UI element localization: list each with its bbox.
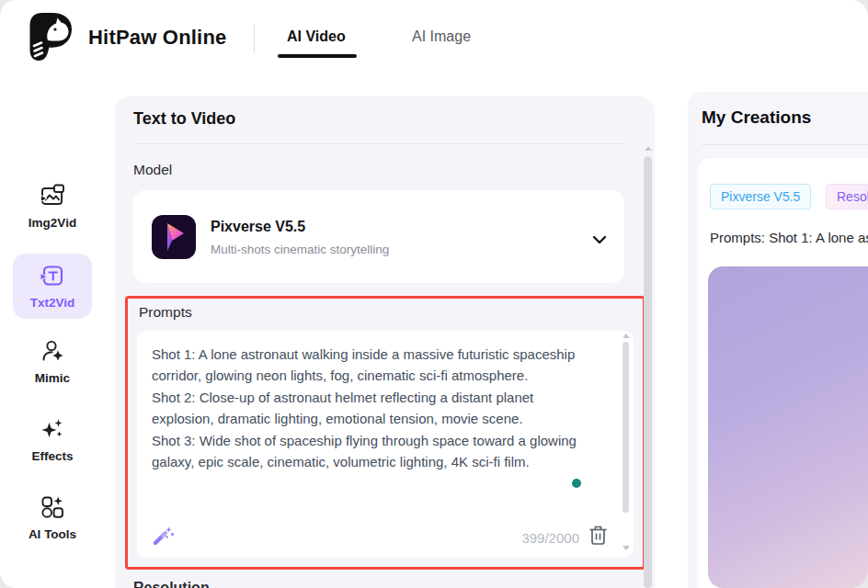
creation-resolution-tag: Resolution xyxy=(826,184,868,209)
model-name: Pixverse V5.5 xyxy=(211,219,305,235)
my-creations-title: My Creations xyxy=(702,107,811,128)
next-section-label: Resolution xyxy=(133,580,210,588)
char-counter: 399/2000 xyxy=(487,530,579,546)
tab-ai-video[interactable]: AI Video xyxy=(287,28,346,45)
sidebar: Img2Vid Txt2Vid Mimic xyxy=(0,83,115,588)
brand-title: HitPaw Online xyxy=(88,26,227,50)
textarea-scrollbar[interactable] xyxy=(622,342,629,513)
page-title: Text to Video xyxy=(133,109,235,129)
creation-prompt-preview: Prompts: Shot 1: A lone astronaut walkin… xyxy=(710,230,868,245)
sidebar-item-effects[interactable]: Effects xyxy=(13,416,92,463)
model-section-label: Model xyxy=(133,162,172,178)
model-description: Multi-shots cinematic storytelling xyxy=(211,243,389,256)
image-to-video-icon xyxy=(40,196,65,211)
creation-model-tag: Pixverse V5.5 xyxy=(710,184,811,209)
sidebar-item-txt2vid[interactable]: Txt2Vid xyxy=(13,254,92,319)
text-to-video-icon xyxy=(40,276,65,291)
sidebar-item-ai-tools[interactable]: AI Tools xyxy=(13,494,92,541)
hitpaw-logo-icon xyxy=(28,12,74,62)
tab-ai-image[interactable]: AI Image xyxy=(412,28,471,45)
effects-sparkles-icon xyxy=(40,429,65,445)
panel-scrollbar[interactable] xyxy=(644,156,652,588)
prompt-text-value: Shot 1: A lone astronaut walking inside … xyxy=(152,344,591,472)
pixverse-logo-icon xyxy=(152,215,196,259)
sidebar-item-label: AI Tools xyxy=(13,527,92,541)
creation-video-thumbnail[interactable] xyxy=(708,266,868,588)
mimic-person-icon xyxy=(40,351,65,367)
sidebar-item-label: Txt2Vid xyxy=(13,296,92,310)
sidebar-item-mimic[interactable]: Mimic xyxy=(13,338,92,385)
sidebar-item-label: Img2Vid xyxy=(13,216,92,230)
model-select[interactable] xyxy=(133,190,624,283)
textarea-scroll-down-arrow[interactable] xyxy=(622,546,630,550)
trash-icon[interactable] xyxy=(588,524,608,549)
title-divider xyxy=(133,143,624,144)
panel-scroll-up-arrow[interactable] xyxy=(645,146,652,151)
header-divider xyxy=(254,24,255,52)
app-window: HitPaw Online AI Video AI Image Img2Vid xyxy=(0,0,868,588)
my-creations-divider xyxy=(702,144,868,145)
sidebar-item-label: Effects xyxy=(13,449,92,463)
caret-dot xyxy=(572,479,581,488)
prompts-section-label: Prompts xyxy=(139,304,192,321)
active-tab-underline xyxy=(278,54,357,58)
ai-tools-grid-icon xyxy=(40,507,65,523)
textarea-scroll-up-arrow[interactable] xyxy=(622,334,630,338)
chevron-down-icon[interactable] xyxy=(592,232,607,248)
sidebar-item-label: Mimic xyxy=(13,371,92,385)
sidebar-item-img2vid[interactable]: Img2Vid xyxy=(13,184,92,230)
magic-wand-icon[interactable] xyxy=(152,524,175,550)
